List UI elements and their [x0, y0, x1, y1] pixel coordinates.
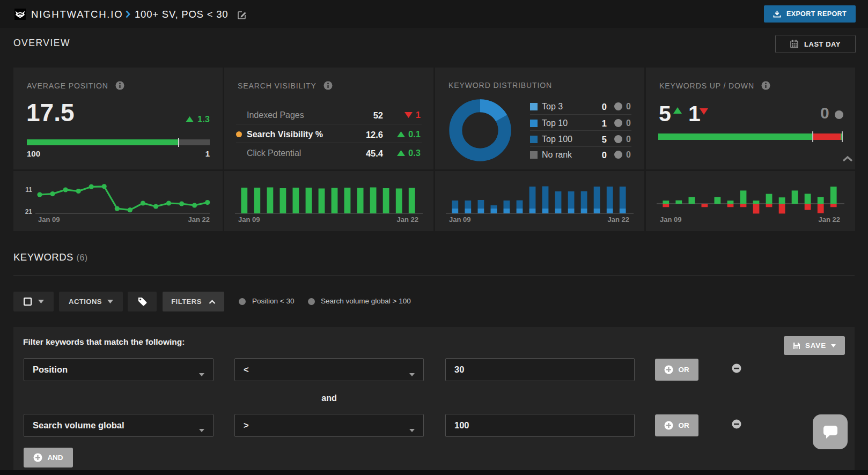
svg-text:21: 21: [25, 208, 33, 216]
svg-text:Jan 22: Jan 22: [397, 216, 418, 224]
svg-text:Jan 09: Jan 09: [38, 216, 60, 224]
svg-text:Jan 22: Jan 22: [819, 216, 840, 224]
svg-text:Jan 09: Jan 09: [660, 216, 681, 224]
svg-text:Jan 09: Jan 09: [238, 216, 260, 224]
svg-text:11: 11: [25, 186, 32, 194]
svg-text:Jan 22: Jan 22: [188, 216, 210, 224]
svg-text:Jan 09: Jan 09: [449, 216, 470, 224]
svg-text:Jan 22: Jan 22: [608, 216, 629, 224]
